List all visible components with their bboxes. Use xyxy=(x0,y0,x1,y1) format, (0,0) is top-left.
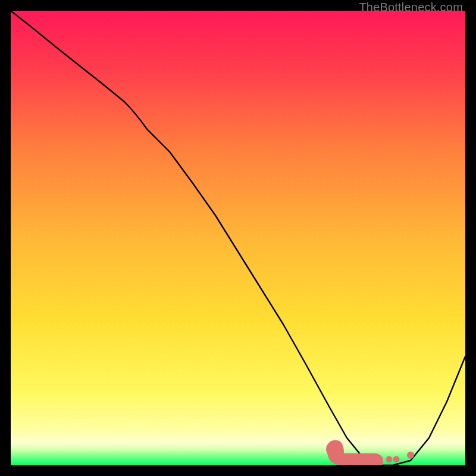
bottleneck-chart xyxy=(11,11,465,465)
svg-point-0 xyxy=(386,456,392,462)
marker-dot xyxy=(407,452,414,459)
svg-point-1 xyxy=(393,456,399,462)
watermark-text: TheBottleneck.com xyxy=(359,1,463,14)
gradient-background xyxy=(11,11,465,465)
